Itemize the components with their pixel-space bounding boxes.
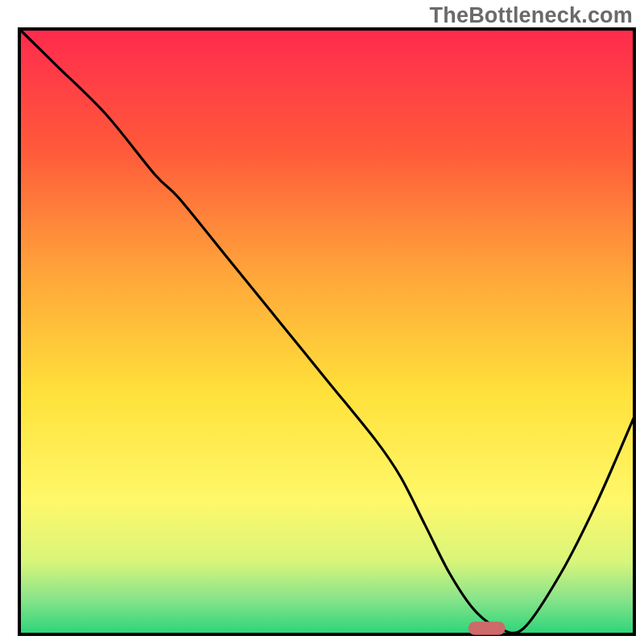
chart-container: TheBottleneck.com: [0, 0, 644, 644]
plot-area: [19, 29, 634, 635]
bottleneck-chart: [0, 0, 644, 644]
watermark-text: TheBottleneck.com: [430, 3, 633, 28]
optimal-marker: [469, 621, 506, 635]
